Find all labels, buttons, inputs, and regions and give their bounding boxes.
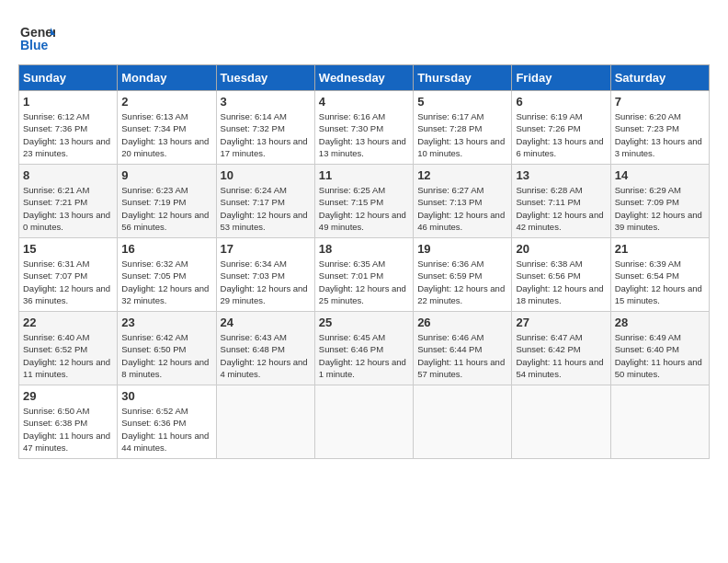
day-info: Sunrise: 6:36 AMSunset: 6:59 PMDaylight:… [417, 258, 507, 306]
calendar-day-24: 24Sunrise: 6:43 AMSunset: 6:48 PMDayligh… [216, 312, 314, 385]
day-number: 14 [615, 168, 705, 182]
day-info: Sunrise: 6:32 AMSunset: 7:05 PMDaylight:… [121, 258, 211, 306]
calendar-day-1: 1Sunrise: 6:12 AMSunset: 7:36 PMDaylight… [19, 91, 118, 165]
calendar-week-5: 29Sunrise: 6:50 AMSunset: 6:38 PMDayligh… [19, 385, 710, 459]
calendar-week-1: 1Sunrise: 6:12 AMSunset: 7:36 PMDaylight… [19, 91, 710, 165]
day-number: 3 [221, 95, 311, 109]
day-number: 29 [23, 389, 113, 403]
day-info: Sunrise: 6:35 AMSunset: 7:01 PMDaylight:… [319, 258, 409, 306]
day-number: 12 [417, 168, 507, 182]
calendar-day-30: 30Sunrise: 6:52 AMSunset: 6:36 PMDayligh… [118, 385, 216, 459]
day-info: Sunrise: 6:52 AMSunset: 6:36 PMDaylight:… [121, 405, 211, 454]
day-info: Sunrise: 6:13 AMSunset: 7:34 PMDaylight:… [121, 110, 211, 159]
logo: General Blue [18, 18, 60, 55]
day-number: 1 [23, 95, 113, 109]
day-number: 25 [319, 316, 409, 329]
calendar-day-29: 29Sunrise: 6:50 AMSunset: 6:38 PMDayligh… [19, 385, 118, 459]
calendar-day-4: 4Sunrise: 6:16 AMSunset: 7:30 PMDaylight… [314, 91, 413, 165]
calendar-day-19: 19Sunrise: 6:36 AMSunset: 6:59 PMDayligh… [414, 238, 512, 312]
day-header-monday: Monday [118, 65, 216, 91]
empty-cell [314, 385, 413, 459]
day-info: Sunrise: 6:45 AMSunset: 6:46 PMDaylight:… [319, 331, 409, 380]
day-info: Sunrise: 6:17 AMSunset: 7:28 PMDaylight:… [417, 110, 507, 159]
calendar-week-3: 15Sunrise: 6:31 AMSunset: 7:07 PMDayligh… [19, 238, 710, 312]
calendar-body: 1Sunrise: 6:12 AMSunset: 7:36 PMDaylight… [19, 91, 710, 459]
empty-cell [610, 385, 709, 459]
day-info: Sunrise: 6:25 AMSunset: 7:15 PMDaylight:… [319, 184, 409, 233]
day-header-sunday: Sunday [19, 65, 118, 91]
empty-cell [512, 385, 610, 459]
day-number: 18 [319, 242, 409, 256]
day-info: Sunrise: 6:14 AMSunset: 7:32 PMDaylight:… [221, 110, 311, 159]
day-info: Sunrise: 6:29 AMSunset: 7:09 PMDaylight:… [615, 184, 705, 233]
calendar-day-21: 21Sunrise: 6:39 AMSunset: 6:54 PMDayligh… [610, 238, 709, 312]
day-number: 30 [121, 389, 211, 403]
day-info: Sunrise: 6:28 AMSunset: 7:11 PMDaylight:… [516, 184, 606, 233]
calendar-day-13: 13Sunrise: 6:28 AMSunset: 7:11 PMDayligh… [512, 165, 610, 238]
day-number: 20 [516, 242, 606, 256]
calendar-day-18: 18Sunrise: 6:35 AMSunset: 7:01 PMDayligh… [314, 238, 413, 312]
calendar-day-16: 16Sunrise: 6:32 AMSunset: 7:05 PMDayligh… [118, 238, 216, 312]
day-info: Sunrise: 6:34 AMSunset: 7:03 PMDaylight:… [221, 258, 311, 306]
day-info: Sunrise: 6:23 AMSunset: 7:19 PMDaylight:… [121, 184, 211, 233]
day-header-friday: Friday [512, 65, 610, 91]
day-number: 9 [121, 168, 211, 182]
day-number: 2 [121, 95, 211, 109]
day-number: 4 [319, 95, 409, 109]
day-info: Sunrise: 6:49 AMSunset: 6:40 PMDaylight:… [615, 331, 705, 380]
calendar-day-23: 23Sunrise: 6:42 AMSunset: 6:50 PMDayligh… [118, 312, 216, 385]
calendar-day-3: 3Sunrise: 6:14 AMSunset: 7:32 PMDaylight… [216, 91, 314, 165]
calendar-day-25: 25Sunrise: 6:45 AMSunset: 6:46 PMDayligh… [314, 312, 413, 385]
day-number: 11 [319, 168, 409, 182]
calendar-day-27: 27Sunrise: 6:47 AMSunset: 6:42 PMDayligh… [512, 312, 610, 385]
calendar-day-20: 20Sunrise: 6:38 AMSunset: 6:56 PMDayligh… [512, 238, 610, 312]
day-info: Sunrise: 6:43 AMSunset: 6:48 PMDaylight:… [221, 331, 311, 380]
empty-cell [216, 385, 314, 459]
calendar-day-8: 8Sunrise: 6:21 AMSunset: 7:21 PMDaylight… [19, 165, 118, 238]
day-number: 6 [516, 95, 606, 109]
day-info: Sunrise: 6:27 AMSunset: 7:13 PMDaylight:… [417, 184, 507, 233]
day-header-thursday: Thursday [414, 65, 512, 91]
day-info: Sunrise: 6:46 AMSunset: 6:44 PMDaylight:… [417, 331, 507, 380]
day-number: 16 [121, 242, 211, 256]
day-info: Sunrise: 6:40 AMSunset: 6:52 PMDaylight:… [23, 331, 113, 380]
calendar-day-5: 5Sunrise: 6:17 AMSunset: 7:28 PMDaylight… [414, 91, 512, 165]
day-number: 22 [23, 316, 113, 329]
day-number: 21 [615, 242, 705, 256]
day-number: 17 [221, 242, 311, 256]
page-header: General Blue [18, 18, 710, 55]
calendar-day-7: 7Sunrise: 6:20 AMSunset: 7:23 PMDaylight… [610, 91, 709, 165]
day-header-saturday: Saturday [610, 65, 709, 91]
day-info: Sunrise: 6:42 AMSunset: 6:50 PMDaylight:… [121, 331, 211, 380]
calendar-table: SundayMondayTuesdayWednesdayThursdayFrid… [18, 64, 710, 459]
day-number: 8 [23, 168, 113, 182]
day-number: 15 [23, 242, 113, 256]
day-info: Sunrise: 6:24 AMSunset: 7:17 PMDaylight:… [221, 184, 311, 233]
calendar-day-2: 2Sunrise: 6:13 AMSunset: 7:34 PMDaylight… [118, 91, 216, 165]
day-info: Sunrise: 6:50 AMSunset: 6:38 PMDaylight:… [23, 405, 113, 454]
calendar-day-6: 6Sunrise: 6:19 AMSunset: 7:26 PMDaylight… [512, 91, 610, 165]
day-info: Sunrise: 6:16 AMSunset: 7:30 PMDaylight:… [319, 110, 409, 159]
day-info: Sunrise: 6:47 AMSunset: 6:42 PMDaylight:… [516, 331, 606, 380]
calendar-day-28: 28Sunrise: 6:49 AMSunset: 6:40 PMDayligh… [610, 312, 709, 385]
day-number: 19 [417, 242, 507, 256]
day-header-tuesday: Tuesday [216, 65, 314, 91]
day-info: Sunrise: 6:12 AMSunset: 7:36 PMDaylight:… [23, 110, 113, 159]
logo-icon: General Blue [18, 18, 55, 55]
day-number: 26 [417, 316, 507, 329]
day-info: Sunrise: 6:31 AMSunset: 7:07 PMDaylight:… [23, 258, 113, 306]
svg-text:Blue: Blue [20, 38, 49, 52]
day-number: 7 [615, 95, 705, 109]
calendar-day-10: 10Sunrise: 6:24 AMSunset: 7:17 PMDayligh… [216, 165, 314, 238]
day-number: 27 [516, 316, 606, 329]
day-header-wednesday: Wednesday [314, 65, 413, 91]
calendar-header-row: SundayMondayTuesdayWednesdayThursdayFrid… [19, 65, 710, 91]
calendar-day-15: 15Sunrise: 6:31 AMSunset: 7:07 PMDayligh… [19, 238, 118, 312]
calendar-day-9: 9Sunrise: 6:23 AMSunset: 7:19 PMDaylight… [118, 165, 216, 238]
calendar-week-2: 8Sunrise: 6:21 AMSunset: 7:21 PMDaylight… [19, 165, 710, 238]
day-number: 24 [221, 316, 311, 329]
day-info: Sunrise: 6:19 AMSunset: 7:26 PMDaylight:… [516, 110, 606, 159]
day-number: 13 [516, 168, 606, 182]
day-number: 10 [221, 168, 311, 182]
day-number: 23 [121, 316, 211, 329]
